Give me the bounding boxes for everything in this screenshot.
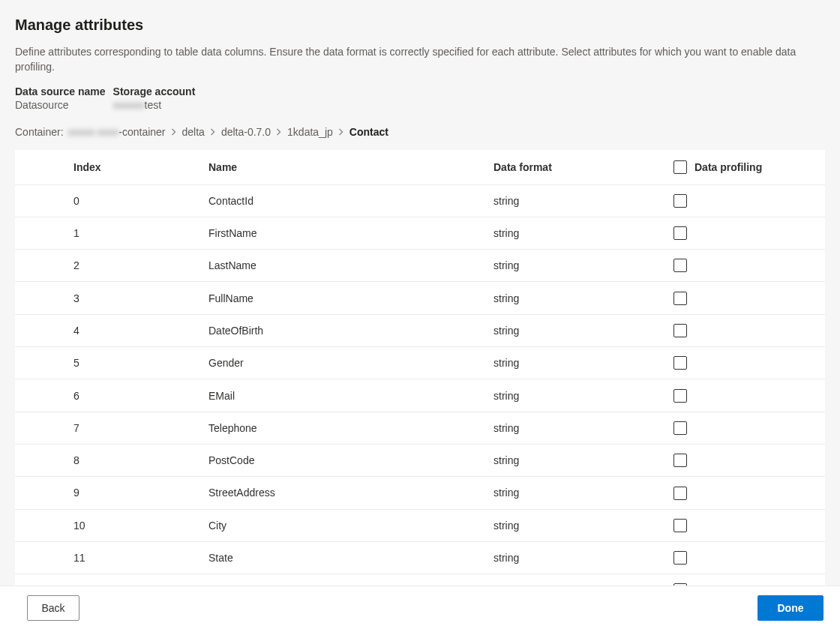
col-header-index[interactable]: Index: [68, 150, 202, 185]
storage-account-suffix: test: [145, 99, 162, 111]
table-row: 6EMailstring: [15, 379, 825, 412]
row-profiling-cell: [668, 347, 825, 379]
row-name: EMail: [202, 379, 488, 412]
row-profiling-cell: [668, 412, 825, 444]
table-row: 8PostCodestring: [15, 444, 825, 476]
table-row: 5Genderstring: [15, 347, 825, 379]
row-profiling-checkbox[interactable]: [674, 292, 687, 305]
row-spacer: [15, 282, 68, 314]
chevron-right-icon: [275, 128, 283, 136]
chevron-right-icon: [170, 128, 178, 136]
col-header-data-format[interactable]: Data format: [488, 150, 668, 185]
row-data-format: string: [488, 574, 668, 586]
row-name: City: [202, 509, 488, 541]
row-profiling-cell: [668, 574, 825, 586]
breadcrumb-item[interactable]: delta-0.7.0: [221, 126, 271, 138]
breadcrumb-item[interactable]: 1kdata_jp: [287, 126, 333, 138]
row-spacer: [15, 314, 68, 346]
row-name: FirstName: [202, 217, 488, 249]
table-row: 4DateOfBirthstring: [15, 314, 825, 346]
row-index: 0: [68, 184, 202, 217]
row-data-format: string: [488, 250, 668, 282]
row-name: DateOfBirth: [202, 314, 488, 346]
breadcrumb-item[interactable]: delta: [182, 126, 205, 138]
row-profiling-cell: [668, 282, 825, 314]
row-spacer: [15, 412, 68, 444]
chevron-right-icon: [338, 128, 345, 136]
table-row: 0ContactIdstring: [15, 184, 825, 217]
row-spacer: [15, 217, 68, 249]
row-profiling-checkbox[interactable]: [674, 421, 687, 435]
row-index: 5: [68, 347, 202, 379]
row-data-format: string: [488, 184, 668, 217]
row-profiling-cell: [668, 379, 825, 412]
row-index: 4: [68, 314, 202, 346]
table-row: 9StreetAddressstring: [15, 477, 825, 509]
row-profiling-checkbox[interactable]: [674, 226, 687, 240]
row-profiling-cell: [668, 314, 825, 346]
row-profiling-cell: [668, 509, 825, 541]
row-spacer: [15, 477, 68, 509]
row-profiling-checkbox[interactable]: [674, 324, 687, 337]
row-data-format: string: [488, 444, 668, 476]
dialog-footer: Back Done: [0, 586, 840, 629]
row-profiling-checkbox[interactable]: [674, 551, 687, 565]
back-button[interactable]: Back: [27, 595, 80, 621]
row-data-format: string: [488, 314, 668, 346]
breadcrumb-current: Contact: [350, 126, 388, 138]
data-source-name-value: Datasource: [15, 99, 106, 111]
row-data-format: string: [488, 477, 668, 509]
row-spacer: [15, 347, 68, 379]
row-name: ContactId: [202, 184, 488, 217]
row-index: 6: [68, 379, 202, 412]
row-spacer: [15, 250, 68, 282]
row-index: 12: [68, 574, 202, 586]
row-profiling-checkbox[interactable]: [674, 487, 687, 500]
row-profiling-checkbox[interactable]: [674, 454, 687, 467]
row-name: StreetAddress: [202, 477, 488, 509]
row-profiling-checkbox[interactable]: [674, 259, 687, 272]
done-button[interactable]: Done: [758, 595, 824, 621]
row-index: 11: [68, 541, 202, 574]
breadcrumb-container-suffix: -container: [118, 126, 165, 138]
row-profiling-checkbox[interactable]: [674, 194, 687, 208]
breadcrumb-container-name[interactable]: xxxxx-xxxx-container: [68, 126, 166, 138]
row-index: 2: [68, 250, 202, 282]
col-header-data-profiling[interactable]: Data profiling: [668, 150, 825, 185]
row-data-format: string: [488, 379, 668, 412]
row-data-format: string: [488, 217, 668, 249]
row-profiling-cell: [668, 217, 825, 249]
page-title: Manage attributes: [15, 16, 825, 34]
col-header-name[interactable]: Name: [202, 150, 488, 185]
col-header-data-profiling-label: Data profiling: [694, 161, 762, 173]
row-name: FullName: [202, 282, 488, 314]
row-data-format: string: [488, 509, 668, 541]
row-name: Telephone: [202, 412, 488, 444]
row-profiling-checkbox[interactable]: [674, 389, 687, 403]
row-name: Gender: [202, 347, 488, 379]
table-row: 3FullNamestring: [15, 282, 825, 314]
row-index: 8: [68, 444, 202, 476]
row-data-format: string: [488, 347, 668, 379]
attributes-table: Index Name Data format Data profiling 0C…: [15, 150, 825, 586]
table-row: 2LastNamestring: [15, 250, 825, 282]
row-spacer: [15, 379, 68, 412]
row-spacer: [15, 184, 68, 217]
row-name: LastName: [202, 250, 488, 282]
row-profiling-cell: [668, 541, 825, 574]
row-profiling-checkbox[interactable]: [674, 356, 687, 370]
table-row: 11Statestring: [15, 541, 825, 574]
row-profiling-cell: [668, 184, 825, 217]
breadcrumb-container-label: Container:: [15, 126, 64, 138]
row-profiling-checkbox[interactable]: [674, 519, 687, 532]
data-source-name-label: Data source name: [15, 85, 106, 97]
page-description: Define attributes corresponding to table…: [15, 44, 818, 75]
breadcrumb-container-masked: xxxxx-xxxx: [68, 126, 119, 138]
row-index: 9: [68, 477, 202, 509]
row-spacer: [15, 509, 68, 541]
storage-account-label: Storage account: [113, 85, 203, 97]
select-all-profiling-checkbox[interactable]: [674, 160, 687, 174]
row-index: 1: [68, 217, 202, 249]
row-index: 10: [68, 509, 202, 541]
row-profiling-cell: [668, 250, 825, 282]
